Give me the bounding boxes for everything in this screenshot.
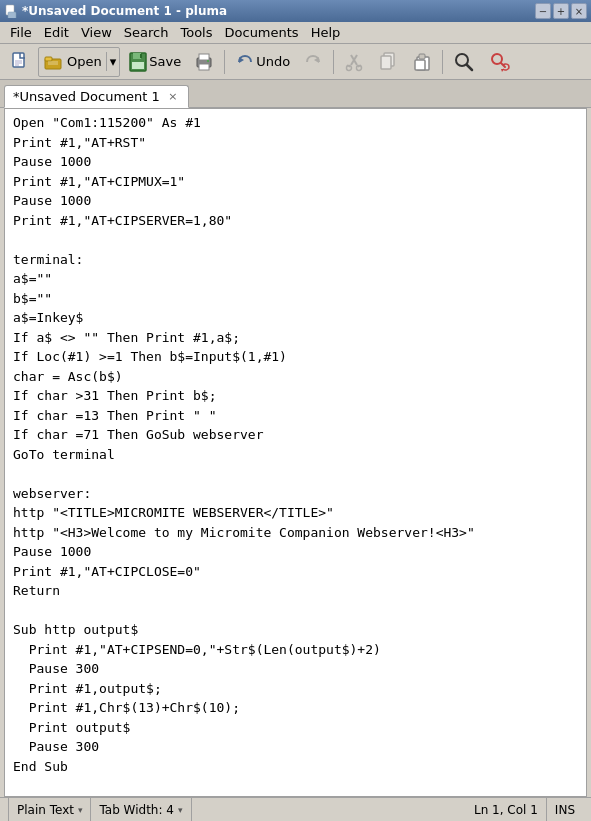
search-replace-icon <box>488 50 512 74</box>
paste-button[interactable] <box>406 47 438 77</box>
menu-documents[interactable]: Documents <box>219 23 305 42</box>
open-button[interactable]: Open <box>39 48 106 76</box>
save-label: Save <box>149 54 181 69</box>
cut-icon <box>343 51 365 73</box>
svg-rect-16 <box>199 64 209 70</box>
new-icon <box>9 51 31 73</box>
window-title: *Unsaved Document 1 - pluma <box>22 4 227 18</box>
svg-rect-12 <box>132 62 144 69</box>
title-bar-buttons: − + × <box>535 3 587 19</box>
insert-mode-label: INS <box>555 803 575 817</box>
copy-button[interactable] <box>372 47 404 77</box>
cut-button[interactable] <box>338 47 370 77</box>
open-button-group[interactable]: Open ▾ <box>38 47 120 77</box>
menu-view[interactable]: View <box>75 23 118 42</box>
save-icon <box>127 51 149 73</box>
undo-label: Undo <box>256 54 290 69</box>
file-type-dropdown-icon[interactable]: ▾ <box>78 805 83 815</box>
svg-rect-27 <box>381 56 391 69</box>
open-label: Open <box>67 54 102 69</box>
menu-file[interactable]: File <box>4 23 38 42</box>
svg-rect-13 <box>140 54 142 58</box>
menu-help[interactable]: Help <box>305 23 347 42</box>
print-icon <box>193 51 215 73</box>
tab-width-label: Tab Width: 4 <box>99 803 173 817</box>
separator-2 <box>333 50 334 74</box>
close-button[interactable]: × <box>571 3 587 19</box>
print-button[interactable] <box>188 47 220 77</box>
title-bar-left: *Unsaved Document 1 - pluma <box>4 4 227 18</box>
tab-title: *Unsaved Document 1 <box>13 89 160 104</box>
status-bar: Plain Text ▾ Tab Width: 4 ▾ Ln 1, Col 1 … <box>0 797 591 821</box>
svg-rect-15 <box>199 54 209 60</box>
tab-bar: *Unsaved Document 1 × <box>0 80 591 108</box>
minimize-button[interactable]: − <box>535 3 551 19</box>
menu-bar: File Edit View Search Tools Documents He… <box>0 22 591 44</box>
separator-1 <box>224 50 225 74</box>
menu-tools[interactable]: Tools <box>174 23 218 42</box>
title-bar: *Unsaved Document 1 - pluma − + × <box>0 0 591 22</box>
maximize-button[interactable]: + <box>553 3 569 19</box>
tab-close-button[interactable]: × <box>166 90 180 104</box>
cursor-position-section: Ln 1, Col 1 <box>466 798 547 821</box>
svg-rect-11 <box>133 53 141 59</box>
new-button[interactable] <box>4 47 36 77</box>
find-button[interactable] <box>447 47 481 77</box>
undo-button[interactable]: Undo <box>229 47 295 77</box>
tab-width-dropdown-icon[interactable]: ▾ <box>178 805 183 815</box>
menu-edit[interactable]: Edit <box>38 23 75 42</box>
toolbar: Open ▾ Save Undo <box>0 44 591 80</box>
editor-area[interactable]: Open "Com1:115200" As #1 Print #1,"AT+RS… <box>4 108 587 797</box>
svg-line-32 <box>467 65 472 70</box>
redo-icon <box>302 51 324 73</box>
menu-search[interactable]: Search <box>118 23 175 42</box>
file-type-section[interactable]: Plain Text ▾ <box>8 798 91 821</box>
find-replace-button[interactable] <box>483 47 517 77</box>
document-tab[interactable]: *Unsaved Document 1 × <box>4 85 189 108</box>
svg-marker-35 <box>501 69 504 72</box>
tab-width-section[interactable]: Tab Width: 4 ▾ <box>91 798 191 821</box>
open-dropdown-arrow[interactable]: ▾ <box>106 52 120 71</box>
paste-icon <box>411 51 433 73</box>
insert-mode-section: INS <box>547 798 583 821</box>
undo-icon <box>234 51 256 73</box>
open-chevron-icon: ▾ <box>110 54 117 69</box>
copy-icon <box>377 51 399 73</box>
search-icon <box>452 50 476 74</box>
redo-button[interactable] <box>297 47 329 77</box>
svg-rect-7 <box>45 57 52 61</box>
cursor-position: Ln 1, Col 1 <box>474 803 538 817</box>
separator-3 <box>442 50 443 74</box>
save-button[interactable]: Save <box>122 47 186 77</box>
file-type-label: Plain Text <box>17 803 74 817</box>
svg-rect-29 <box>419 54 425 59</box>
svg-rect-1 <box>8 12 16 18</box>
open-icon <box>43 51 65 73</box>
svg-point-17 <box>207 60 209 62</box>
svg-rect-30 <box>415 60 425 70</box>
app-icon <box>4 4 18 18</box>
